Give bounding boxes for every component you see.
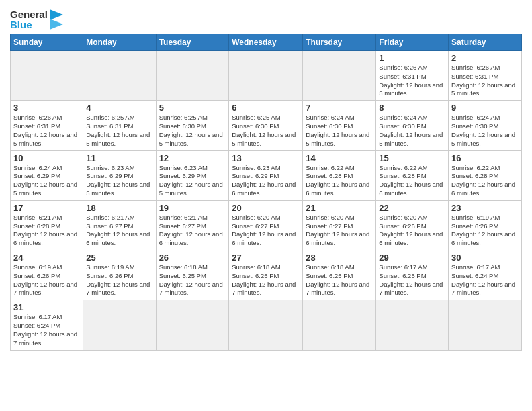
calendar-cell: 7Sunrise: 6:24 AM Sunset: 6:30 PM Daylig… (303, 101, 376, 150)
logo-general: General (10, 9, 48, 19)
day-info: Sunrise: 6:22 AM Sunset: 6:28 PM Dayligh… (379, 164, 445, 198)
day-number: 12 (159, 153, 226, 163)
day-number: 1 (379, 53, 445, 63)
logo: General Blue (10, 9, 63, 30)
calendar-week-row: 3Sunrise: 6:26 AM Sunset: 6:31 PM Daylig… (11, 101, 522, 150)
day-info: Sunrise: 6:17 AM Sunset: 6:24 PM Dayligh… (451, 263, 519, 298)
weekday-header-thursday: Thursday (303, 34, 376, 51)
calendar-cell: 6Sunrise: 6:25 AM Sunset: 6:30 PM Daylig… (229, 101, 303, 150)
calendar-cell: 29Sunrise: 6:17 AM Sunset: 6:25 PM Dayli… (376, 250, 449, 300)
weekday-header-monday: Monday (83, 34, 156, 51)
weekday-header-wednesday: Wednesday (229, 34, 303, 51)
day-number: 28 (306, 253, 373, 263)
day-info: Sunrise: 6:23 AM Sunset: 6:29 PM Dayligh… (86, 164, 152, 198)
header: General Blue (10, 7, 522, 30)
day-info: Sunrise: 6:18 AM Sunset: 6:25 PM Dayligh… (306, 263, 373, 298)
svg-marker-0 (50, 9, 63, 20)
weekday-header-friday: Friday (376, 34, 449, 51)
calendar-cell: 21Sunrise: 6:20 AM Sunset: 6:27 PM Dayli… (303, 200, 376, 250)
day-info: Sunrise: 6:23 AM Sunset: 6:29 PM Dayligh… (159, 164, 226, 198)
calendar-week-row: 24Sunrise: 6:19 AM Sunset: 6:26 PM Dayli… (11, 250, 522, 300)
day-number: 20 (232, 203, 300, 213)
day-number: 15 (379, 153, 445, 163)
day-number: 13 (232, 153, 300, 163)
calendar-cell: 2Sunrise: 6:26 AM Sunset: 6:31 PM Daylig… (449, 51, 522, 101)
calendar-cell (229, 51, 303, 101)
calendar-page: General Blue SundayMondayTuesdayWednesda… (0, 0, 532, 411)
day-number: 21 (306, 203, 373, 213)
svg-marker-1 (50, 19, 63, 30)
day-info: Sunrise: 6:22 AM Sunset: 6:28 PM Dayligh… (451, 164, 519, 198)
day-info: Sunrise: 6:20 AM Sunset: 6:27 PM Dayligh… (306, 214, 373, 248)
day-number: 17 (13, 203, 80, 213)
calendar-cell (449, 300, 522, 350)
calendar-cell: 10Sunrise: 6:24 AM Sunset: 6:29 PM Dayli… (11, 150, 83, 200)
day-info: Sunrise: 6:21 AM Sunset: 6:27 PM Dayligh… (159, 214, 226, 248)
day-number: 10 (13, 153, 80, 163)
calendar-cell (83, 51, 156, 101)
calendar-cell: 16Sunrise: 6:22 AM Sunset: 6:28 PM Dayli… (449, 150, 522, 200)
calendar-cell: 11Sunrise: 6:23 AM Sunset: 6:29 PM Dayli… (83, 150, 156, 200)
calendar-cell: 12Sunrise: 6:23 AM Sunset: 6:29 PM Dayli… (156, 150, 229, 200)
day-number: 8 (379, 103, 445, 113)
calendar-cell: 30Sunrise: 6:17 AM Sunset: 6:24 PM Dayli… (449, 250, 522, 300)
calendar-cell: 5Sunrise: 6:25 AM Sunset: 6:30 PM Daylig… (156, 101, 229, 150)
logo-triangle-icon (50, 9, 63, 30)
day-info: Sunrise: 6:20 AM Sunset: 6:26 PM Dayligh… (379, 214, 445, 248)
day-info: Sunrise: 6:19 AM Sunset: 6:26 PM Dayligh… (13, 263, 80, 298)
day-info: Sunrise: 6:18 AM Sunset: 6:25 PM Dayligh… (159, 263, 226, 298)
day-number: 25 (86, 253, 152, 263)
calendar-cell: 23Sunrise: 6:19 AM Sunset: 6:26 PM Dayli… (449, 200, 522, 250)
calendar-cell: 8Sunrise: 6:24 AM Sunset: 6:30 PM Daylig… (376, 101, 449, 150)
day-number: 2 (451, 53, 519, 63)
calendar-cell (303, 51, 376, 101)
day-number: 22 (379, 203, 445, 213)
day-number: 11 (86, 153, 152, 163)
calendar-cell: 3Sunrise: 6:26 AM Sunset: 6:31 PM Daylig… (11, 101, 83, 150)
day-info: Sunrise: 6:21 AM Sunset: 6:27 PM Dayligh… (86, 214, 152, 248)
day-number: 27 (232, 253, 300, 263)
day-info: Sunrise: 6:22 AM Sunset: 6:28 PM Dayligh… (306, 164, 373, 198)
day-number: 30 (451, 253, 519, 263)
day-number: 14 (306, 153, 373, 163)
calendar-cell: 14Sunrise: 6:22 AM Sunset: 6:28 PM Dayli… (303, 150, 376, 200)
calendar-cell: 20Sunrise: 6:20 AM Sunset: 6:27 PM Dayli… (229, 200, 303, 250)
calendar-cell (11, 51, 83, 101)
day-info: Sunrise: 6:26 AM Sunset: 6:31 PM Dayligh… (13, 113, 80, 148)
calendar-cell: 24Sunrise: 6:19 AM Sunset: 6:26 PM Dayli… (11, 250, 83, 300)
day-number: 5 (159, 103, 226, 113)
day-number: 26 (159, 253, 226, 263)
day-info: Sunrise: 6:18 AM Sunset: 6:25 PM Dayligh… (232, 263, 300, 298)
day-number: 16 (451, 153, 519, 163)
logo-blue: Blue (10, 19, 48, 30)
calendar-week-row: 31Sunrise: 6:17 AM Sunset: 6:24 PM Dayli… (11, 300, 522, 350)
day-info: Sunrise: 6:17 AM Sunset: 6:25 PM Dayligh… (379, 263, 445, 298)
calendar-cell: 31Sunrise: 6:17 AM Sunset: 6:24 PM Dayli… (11, 300, 83, 350)
calendar-cell (376, 300, 449, 350)
day-info: Sunrise: 6:24 AM Sunset: 6:30 PM Dayligh… (451, 113, 519, 148)
weekday-header-saturday: Saturday (449, 34, 522, 51)
day-info: Sunrise: 6:17 AM Sunset: 6:24 PM Dayligh… (13, 313, 80, 347)
day-number: 7 (306, 103, 373, 113)
calendar-cell: 13Sunrise: 6:23 AM Sunset: 6:29 PM Dayli… (229, 150, 303, 200)
calendar-cell (303, 300, 376, 350)
day-number: 23 (451, 203, 519, 213)
calendar-cell: 9Sunrise: 6:24 AM Sunset: 6:30 PM Daylig… (449, 101, 522, 150)
day-info: Sunrise: 6:23 AM Sunset: 6:29 PM Dayligh… (232, 164, 300, 198)
day-number: 4 (86, 103, 152, 113)
calendar-week-row: 17Sunrise: 6:21 AM Sunset: 6:28 PM Dayli… (11, 200, 522, 250)
day-info: Sunrise: 6:20 AM Sunset: 6:27 PM Dayligh… (232, 214, 300, 248)
day-info: Sunrise: 6:19 AM Sunset: 6:26 PM Dayligh… (86, 263, 152, 298)
calendar-cell: 15Sunrise: 6:22 AM Sunset: 6:28 PM Dayli… (376, 150, 449, 200)
calendar-cell: 27Sunrise: 6:18 AM Sunset: 6:25 PM Dayli… (229, 250, 303, 300)
day-info: Sunrise: 6:19 AM Sunset: 6:26 PM Dayligh… (451, 214, 519, 248)
calendar-cell (229, 300, 303, 350)
day-number: 29 (379, 253, 445, 263)
weekday-header-sunday: Sunday (11, 34, 83, 51)
logo-text-block: General Blue (10, 9, 48, 30)
calendar-cell: 22Sunrise: 6:20 AM Sunset: 6:26 PM Dayli… (376, 200, 449, 250)
day-info: Sunrise: 6:24 AM Sunset: 6:29 PM Dayligh… (13, 164, 80, 198)
day-info: Sunrise: 6:24 AM Sunset: 6:30 PM Dayligh… (379, 113, 445, 148)
day-info: Sunrise: 6:26 AM Sunset: 6:31 PM Dayligh… (379, 64, 445, 98)
day-number: 19 (159, 203, 226, 213)
